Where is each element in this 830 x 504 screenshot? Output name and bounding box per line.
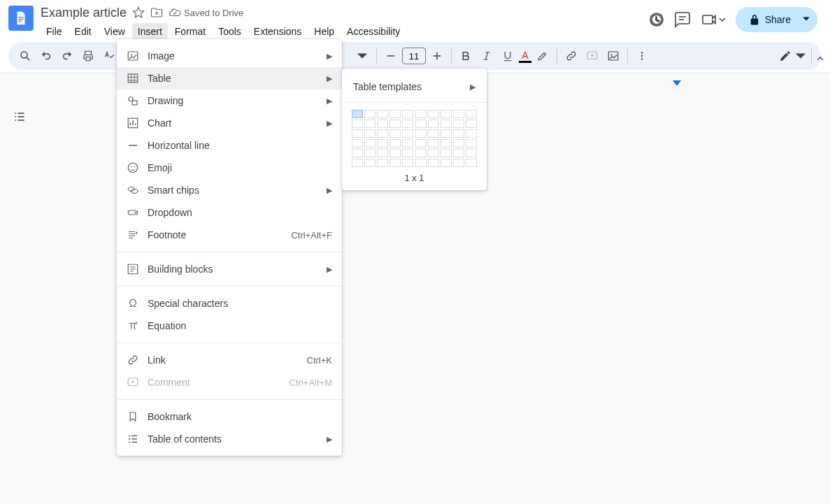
grid-cell[interactable]: [428, 129, 439, 138]
insert-chart[interactable]: Chart▶: [117, 112, 342, 134]
font-size-input[interactable]: 11: [402, 48, 426, 64]
menu-view[interactable]: View: [99, 23, 131, 40]
insert-table-of-contents[interactable]: Table of contents▶: [117, 428, 342, 450]
menu-extensions[interactable]: Extensions: [248, 23, 307, 40]
grid-cell[interactable]: [352, 159, 363, 167]
collapse-toolbar-icon[interactable]: [815, 53, 826, 67]
increase-font-icon[interactable]: [427, 46, 447, 66]
grid-cell[interactable]: [402, 139, 413, 147]
grid-cell[interactable]: [453, 139, 464, 147]
grid-cell[interactable]: [453, 129, 464, 138]
grid-cell[interactable]: [364, 120, 375, 128]
table-templates-item[interactable]: Table templates ▶: [342, 75, 487, 98]
document-title[interactable]: Example article: [41, 6, 127, 20]
grid-cell[interactable]: [466, 159, 477, 167]
grid-cell[interactable]: [415, 149, 427, 157]
grid-cell[interactable]: [466, 139, 477, 147]
insert-equation[interactable]: 2Equation: [117, 315, 342, 337]
grid-cell[interactable]: [377, 139, 388, 147]
grid-cell[interactable]: [389, 120, 401, 128]
grid-cell[interactable]: [352, 120, 363, 128]
grid-cell[interactable]: [428, 110, 439, 118]
grid-cell[interactable]: [389, 139, 401, 147]
grid-cell[interactable]: [441, 110, 452, 118]
grid-cell[interactable]: [389, 159, 401, 167]
insert-image[interactable]: Image▶: [117, 45, 342, 67]
right-margin-marker[interactable]: [673, 80, 681, 86]
print-icon[interactable]: [78, 46, 98, 66]
grid-cell[interactable]: [389, 149, 401, 157]
grid-cell[interactable]: [415, 120, 427, 128]
grid-cell[interactable]: [377, 149, 388, 157]
menu-tools[interactable]: Tools: [213, 23, 247, 40]
menu-file[interactable]: File: [41, 23, 68, 40]
grid-cell[interactable]: [377, 110, 388, 118]
font-dropdown-arrow[interactable]: [352, 46, 372, 66]
underline-icon[interactable]: [498, 46, 517, 66]
grid-cell[interactable]: [402, 149, 413, 157]
grid-cell[interactable]: [364, 139, 375, 147]
history-icon[interactable]: [647, 11, 664, 28]
move-icon[interactable]: [150, 6, 163, 19]
spellcheck-icon[interactable]: [99, 46, 119, 66]
grid-cell[interactable]: [415, 139, 427, 147]
grid-cell[interactable]: [466, 120, 477, 128]
grid-cell[interactable]: [352, 149, 363, 157]
grid-cell[interactable]: [415, 129, 427, 138]
grid-cell[interactable]: [453, 159, 464, 167]
grid-cell[interactable]: [402, 120, 413, 128]
grid-cell[interactable]: [377, 129, 388, 138]
grid-cell[interactable]: [364, 149, 375, 157]
docs-logo[interactable]: [8, 6, 34, 31]
save-status[interactable]: Saved to Drive: [169, 6, 243, 19]
italic-icon[interactable]: [477, 46, 496, 66]
grid-cell[interactable]: [441, 129, 452, 138]
insert-link-icon[interactable]: [561, 46, 581, 66]
insert-link[interactable]: LinkCtrl+K: [117, 349, 342, 371]
meet-button[interactable]: [701, 11, 726, 28]
insert-bookmark[interactable]: Bookmark: [117, 405, 342, 428]
bold-icon[interactable]: [456, 46, 475, 66]
grid-cell[interactable]: [389, 129, 401, 138]
grid-cell[interactable]: [428, 149, 439, 157]
insert-footnote[interactable]: FootnoteCtrl+Alt+F: [117, 224, 342, 246]
insert-dropdown[interactable]: Dropdown: [117, 201, 342, 224]
insert-table[interactable]: Table▶: [117, 67, 342, 89]
grid-cell[interactable]: [377, 120, 388, 128]
menu-edit[interactable]: Edit: [69, 23, 97, 40]
grid-cell[interactable]: [466, 129, 477, 138]
grid-cell[interactable]: [441, 139, 452, 147]
grid-cell[interactable]: [415, 159, 427, 167]
grid-cell[interactable]: [441, 159, 452, 167]
outline-button[interactable]: [10, 107, 29, 127]
grid-cell[interactable]: [428, 159, 439, 167]
grid-cell[interactable]: [364, 110, 375, 118]
insert-building-blocks[interactable]: Building blocks▶: [117, 258, 342, 280]
redo-icon[interactable]: [57, 46, 77, 66]
grid-cell[interactable]: [428, 120, 439, 128]
grid-cell[interactable]: [352, 139, 363, 147]
grid-cell[interactable]: [453, 149, 464, 157]
grid-cell[interactable]: [441, 120, 452, 128]
undo-icon[interactable]: [36, 46, 56, 66]
editing-mode-button[interactable]: [779, 46, 807, 66]
share-button[interactable]: Share: [736, 7, 803, 32]
grid-cell[interactable]: [466, 110, 477, 118]
insert-smart-chips[interactable]: Smart chips▶: [117, 179, 342, 201]
decrease-font-icon[interactable]: [381, 46, 401, 66]
menu-accessibility[interactable]: Accessibility: [341, 23, 406, 40]
grid-cell[interactable]: [389, 110, 401, 118]
menu-help[interactable]: Help: [308, 23, 340, 40]
insert-horizontal-line[interactable]: Horizontal line: [117, 134, 342, 157]
grid-cell[interactable]: [352, 129, 363, 138]
grid-cell[interactable]: [402, 110, 413, 118]
grid-cell[interactable]: [364, 129, 375, 138]
grid-cell[interactable]: [453, 110, 464, 118]
insert-emoji[interactable]: Emoji: [117, 157, 342, 179]
menu-format[interactable]: Format: [169, 23, 211, 40]
grid-cell[interactable]: [364, 159, 375, 167]
star-icon[interactable]: [132, 6, 145, 19]
share-dropdown[interactable]: [795, 7, 817, 32]
insert-drawing[interactable]: Drawing▶: [117, 89, 342, 112]
grid-cell[interactable]: [441, 149, 452, 157]
